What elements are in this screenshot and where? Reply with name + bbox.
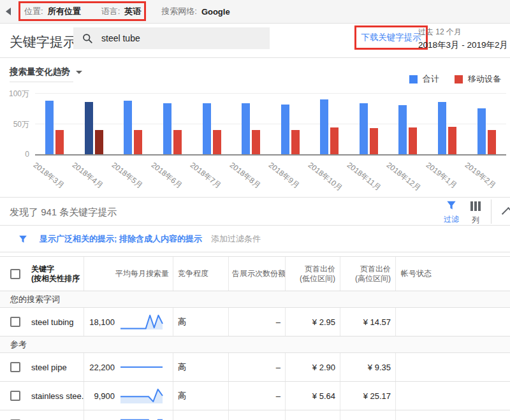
bar [438, 102, 446, 155]
bar [291, 130, 300, 155]
chart-metric-dropdown[interactable]: 搜索量变化趋势 [10, 66, 82, 78]
bar [95, 130, 103, 155]
bar-group[interactable] [113, 93, 153, 155]
add-filter-button[interactable]: 添加过滤条件 [211, 233, 261, 245]
avg-monthly-value: 22,200 [84, 363, 115, 372]
legend-label-total: 合计 [423, 73, 439, 85]
chevron-down-icon [76, 71, 82, 74]
x-axis-tick: 2019年1月 [423, 160, 459, 191]
avg-monthly-value: 18,100 [84, 317, 115, 327]
back-icon[interactable] [6, 8, 11, 15]
header-top-bid-high[interactable]: 页首出价 (高位区间) [340, 257, 395, 291]
x-axis-tick: 2019年2月 [463, 160, 499, 191]
columns-icon [470, 201, 481, 211]
top-bid-low-value: ¥ 5.64 [285, 382, 340, 410]
filter-funnel-icon [446, 201, 456, 210]
y-axis-tick-0: 0 [0, 150, 29, 159]
ad-impression-share-value: – [228, 382, 285, 410]
bar-group[interactable] [349, 93, 389, 155]
date-range-label: 过去 12 个月 [418, 27, 508, 38]
search-volume-chart-section: 搜索量变化趋势 合计 移动设备 100万 50万 0 2018年3月2018年4… [0, 59, 510, 198]
x-axis-tick: 2018年9月 [266, 160, 302, 191]
filter-button-label: 过滤 [439, 214, 464, 225]
keyword-text: steel tubing [31, 317, 74, 327]
bar [477, 108, 486, 155]
location-value: 所有位置 [48, 6, 81, 17]
chart-legend: 合计 移动设备 [409, 73, 501, 85]
x-axis-tick: 2018年11月 [345, 160, 383, 193]
header-avg-monthly-searches[interactable]: 平均每月搜索量 [84, 257, 173, 291]
location-setting[interactable]: 位置: 所有位置 [24, 6, 81, 17]
bar-group[interactable] [467, 93, 506, 155]
bar-group[interactable] [388, 93, 428, 155]
columns-button-label: 列 [465, 215, 486, 226]
chart-xlabels: 2018年3月2018年4月2018年5月2018年6月2018年7月2018年… [35, 158, 506, 195]
row-checkbox[interactable] [10, 391, 20, 401]
bar-group[interactable] [428, 93, 467, 155]
keyword-text: steel pipe [31, 363, 67, 372]
download-keyword-ideas-link[interactable]: 下载关键字提示 [361, 32, 421, 43]
legend-label-mobile: 移动设备 [468, 73, 501, 85]
legend-item-total[interactable]: 合计 [409, 73, 439, 85]
header-account-status[interactable]: 帐号状态 [395, 257, 510, 291]
bar [320, 99, 328, 155]
ad-impression-share-value: – [228, 410, 285, 420]
bar [330, 127, 339, 155]
header-keyword-line1: 关键字 [31, 264, 80, 274]
columns-button[interactable]: 列 [465, 201, 486, 226]
filter-button[interactable]: 过滤 [439, 201, 464, 225]
chart-bars [35, 93, 506, 155]
search-input-value: steel tube [101, 33, 140, 43]
row-checkbox[interactable] [10, 317, 20, 327]
avg-monthly-value: 9,900 [84, 391, 115, 401]
top-bid-high-value: ¥ 14.57 [340, 308, 395, 336]
bar-group[interactable] [192, 93, 231, 155]
header-ad-impression-share[interactable]: 告展示次数份额 [228, 257, 285, 291]
bar [213, 130, 221, 155]
bar-group[interactable] [35, 93, 75, 155]
expand-icon[interactable] [502, 207, 510, 221]
top-bid-low-value: ¥ 2.90 [285, 353, 340, 381]
x-axis-tick: 2018年3月 [31, 160, 66, 191]
section-ideas: 参考 [0, 337, 510, 353]
legend-item-mobile[interactable]: 移动设备 [455, 73, 501, 85]
x-axis-tick: 2018年7月 [188, 160, 224, 191]
active-filters-text[interactable]: 显示广泛相关的提示; 排除含成人内容的提示 [40, 233, 202, 245]
row-checkbox[interactable] [10, 362, 20, 372]
header-competition[interactable]: 竞争程度 [173, 257, 228, 291]
account-status-value [395, 353, 510, 381]
competition-value: 高 [173, 410, 228, 420]
bar [242, 103, 250, 155]
x-axis-tick: 2018年4月 [70, 160, 106, 191]
top-bid-high-value: ¥ 15.50 [340, 410, 395, 420]
bar-group[interactable] [231, 93, 271, 155]
network-value: Google [201, 7, 230, 17]
bar-group[interactable] [270, 93, 310, 155]
select-all-checkbox[interactable] [10, 269, 20, 279]
trend-sparkline [119, 358, 164, 376]
table-header-row: 关键字 (按相关性排序 平均每月搜索量 竞争程度 告展示次数份额 页首出价 (低… [0, 257, 510, 291]
network-setting[interactable]: 搜索网络: Google [161, 6, 229, 17]
x-axis-tick: 2018年5月 [109, 160, 145, 191]
language-value: 英语 [124, 6, 141, 17]
language-setting[interactable]: 语言: 英语 [101, 6, 142, 17]
annotation-box-download: 下载关键字提示 [354, 25, 428, 50]
bar-group[interactable] [153, 93, 193, 155]
bar [124, 101, 132, 155]
header-top-bid-low[interactable]: 页首出价 (低位区间) [285, 257, 340, 291]
trend-sparkline [119, 416, 164, 420]
active-filters-bar: 显示广泛相关的提示; 排除含成人内容的提示 添加过滤条件 [0, 226, 510, 252]
keyword-search-input[interactable]: steel tube [73, 27, 270, 49]
bar-group[interactable] [310, 93, 349, 155]
bar [448, 127, 456, 155]
bar [55, 130, 64, 155]
table-row: stainless stee... 9,900 高 – ¥ 5.64 ¥ 25.… [0, 382, 510, 410]
bar [134, 130, 142, 155]
account-status-value [395, 308, 510, 336]
header-keyword[interactable]: 关键字 (按相关性排序 [0, 257, 84, 291]
bar-group[interactable] [75, 93, 114, 155]
date-range-picker[interactable]: 过去 12 个月 2018年3月 - 2019年2月 [418, 27, 508, 51]
competition-value: 高 [173, 353, 228, 381]
account-status-value [395, 382, 510, 410]
header-keyword-line2: (按相关性排序 [31, 274, 80, 284]
